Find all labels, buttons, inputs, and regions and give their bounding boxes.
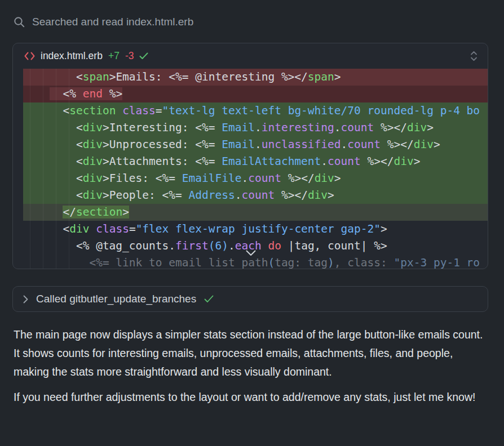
code-token: (6) [209, 239, 228, 252]
code-panel-header[interactable]: index.html.erb +7 -3 [13, 43, 488, 69]
code-line-3: <section class="text-lg text-left bg-whi… [23, 102, 488, 119]
code-token: %> [103, 87, 122, 100]
status-label: Searched and read index.html.erb [32, 16, 193, 28]
code-token: %></ [281, 172, 315, 185]
code-line-10: <div class="flex flex-wrap justify-cente… [23, 221, 488, 238]
code-token: count [241, 189, 275, 202]
code-token: >Files: <%= [103, 172, 182, 185]
code-token: div [414, 138, 434, 151]
code-token: < [23, 189, 83, 202]
answer-paragraph: The main page now displays a simpler sta… [14, 325, 485, 381]
code-token [262, 239, 268, 252]
code-token: div [83, 155, 103, 168]
code-token: > [122, 206, 129, 218]
code-token: > [334, 70, 341, 83]
code-token: class [96, 222, 129, 235]
code-token: first [175, 239, 209, 252]
status-row[interactable]: Searched and read index.html.erb [14, 16, 488, 28]
chevron-down-icon[interactable] [246, 250, 256, 256]
code-token: . [341, 138, 348, 151]
code-line-8: <div>People: <%= Address.count %></div> [23, 187, 488, 204]
code-line-6: <div>Attachments: <%= EmailAttachment.co… [23, 153, 488, 170]
code-token: span [308, 70, 334, 83]
code-token [89, 222, 96, 235]
code-token: = [129, 222, 136, 235]
code-token: div [315, 172, 334, 185]
code-token: > [381, 222, 387, 235]
code-token: span [83, 70, 109, 83]
code-token: > [434, 138, 440, 151]
code-diff-panel: index.html.erb +7 -3 <span>Emails: <%= @… [12, 43, 488, 269]
code-body: <span>Emails: <%= @interesting %></span>… [13, 69, 488, 269]
indent-guide [43, 69, 43, 269]
code-token: "px-3 py-1 ro [394, 256, 480, 269]
code-token: div [394, 155, 414, 168]
code-line-4: <div>Interesting: <%= Email.interesting.… [23, 119, 488, 136]
code-token: do [268, 239, 281, 252]
code-token: <%= link_to email_list_path [23, 256, 268, 269]
chevron-up-down-icon[interactable] [470, 51, 478, 61]
check-icon [139, 52, 148, 60]
code-token: >Interesting: <%= [103, 121, 222, 134]
code-token: ( [268, 256, 275, 269]
code-token: EmailFile [182, 172, 242, 185]
code-token: div [83, 138, 103, 151]
code-token: div [83, 172, 103, 185]
code-token: < [23, 172, 83, 185]
code-token: section [69, 104, 116, 117]
code-token: class [122, 104, 156, 117]
code-token: . [228, 239, 235, 252]
tool-call-row[interactable]: Called gitbutler_update_branches [12, 286, 488, 312]
code-token: "text-lg text-left bg-white/70 rounded-l… [162, 104, 480, 117]
code-token: Email [222, 138, 255, 151]
code-line-9: </section> [23, 204, 488, 221]
code-token: > [414, 155, 421, 168]
code-token: . [321, 155, 328, 168]
code-token [23, 87, 50, 100]
code-token: . [235, 189, 242, 202]
code-token: div [83, 189, 103, 202]
code-token: . [241, 172, 248, 185]
code-token: >Attachments: <%= [103, 155, 222, 168]
code-token: count [328, 155, 361, 168]
code-token: count [248, 172, 281, 185]
code-token: > [328, 189, 334, 202]
code-token: %></ [381, 138, 414, 151]
code-token: . [255, 138, 262, 151]
deletions-count: -3 [125, 50, 134, 62]
chevron-right-icon [23, 295, 28, 304]
code-line-5: <div>Unprocessed: <%= Email.unclassified… [23, 136, 488, 153]
code-token: < [23, 121, 83, 134]
code-token: div [308, 189, 328, 202]
code-token: <% @tag_counts. [23, 239, 175, 252]
code-token: > [334, 172, 341, 185]
search-icon [14, 16, 25, 28]
code-token: Address [189, 189, 235, 202]
code-token: < [23, 155, 83, 168]
indent-guide [69, 69, 69, 269]
code-token: >People: <%= [103, 189, 189, 202]
code-token: tag: tag [275, 256, 328, 269]
code-line-1: <span>Emails: <%= @interesting %></span> [23, 69, 488, 86]
code-token: unclassified [262, 138, 341, 151]
code-token: . [255, 121, 262, 134]
code-token: interesting [262, 121, 334, 134]
code-token: count [341, 121, 374, 134]
code-token: </ [63, 206, 76, 218]
tool-call-label: Called gitbutler_update_branches [36, 293, 196, 305]
code-token: < [23, 138, 83, 151]
code-token: . [334, 121, 341, 134]
code-token: "flex flex-wrap justify-center gap-2" [136, 222, 381, 235]
code-brackets-icon [24, 52, 35, 60]
answer-paragraph: If you need further adjustments to the l… [14, 388, 485, 407]
additions-count: +7 [108, 50, 120, 62]
indent-guide [56, 69, 56, 269]
code-token: >Emails: <%= @interesting %></ [109, 70, 308, 83]
check-icon [204, 295, 214, 303]
code-token: end [83, 87, 103, 100]
code-token: Email [222, 121, 255, 134]
assistant-answer: The main page now displays a simpler sta… [14, 319, 485, 407]
code-token: %></ [361, 155, 394, 168]
code-token: |tag, count| %> [281, 239, 387, 252]
code-lines: <span>Emails: <%= @interesting %></span>… [13, 69, 488, 269]
